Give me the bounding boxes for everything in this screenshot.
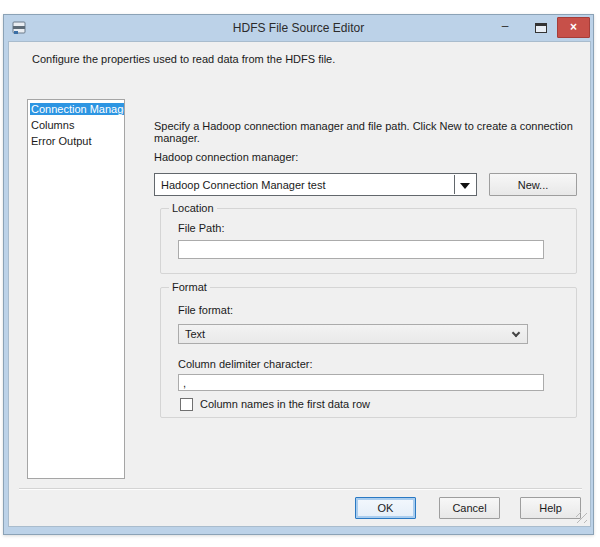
close-icon[interactable]: ×: [557, 17, 590, 38]
column-names-checkbox-row: Column names in the first data row: [180, 397, 370, 411]
connection-manager-label: Hadoop connection manager:: [154, 151, 298, 163]
titlebar[interactable]: HDFS File Source Editor – ×: [4, 15, 593, 41]
column-names-checkbox[interactable]: [180, 398, 193, 411]
minimize-button[interactable]: –: [495, 18, 515, 36]
list-item-connection-manager[interactable]: Connection Manager: [28, 101, 124, 117]
dialog-window: HDFS File Source Editor – × Configure th…: [3, 14, 594, 535]
dialog-body: Configure the properties used to read da…: [8, 41, 591, 527]
combobox-dropdown-button[interactable]: [454, 175, 475, 194]
list-item-error-output[interactable]: Error Output: [28, 133, 124, 149]
file-format-combobox[interactable]: Text: [178, 324, 528, 344]
page-list: Connection Manager Columns Error Output: [27, 99, 125, 479]
combobox-selected-value: Hadoop Connection Manager test: [161, 179, 450, 191]
format-group-legend: Format: [169, 281, 210, 293]
footer-separator: [19, 488, 582, 490]
column-delimiter-input[interactable]: [178, 374, 544, 391]
column-names-checkbox-label: Column names in the first data row: [200, 398, 370, 410]
file-format-selected-value: Text: [185, 328, 205, 340]
resize-grip[interactable]: [576, 512, 587, 523]
file-path-label: File Path:: [178, 222, 224, 234]
instruction-text: Specify a Hadoop connection manager and …: [154, 120, 578, 144]
list-item-columns[interactable]: Columns: [28, 117, 124, 133]
ok-button[interactable]: OK: [355, 497, 416, 519]
chevron-down-icon: [512, 329, 520, 337]
maximize-icon[interactable]: [535, 23, 547, 33]
cancel-button[interactable]: Cancel: [439, 497, 500, 519]
dropdown-arrow-icon: [460, 183, 470, 189]
dialog-description: Configure the properties used to read da…: [32, 53, 335, 65]
location-group-legend: Location: [169, 202, 217, 214]
column-delimiter-label: Column delimiter character:: [178, 358, 313, 370]
location-group: Location File Path:: [160, 208, 577, 274]
format-group: Format File format: Text Column delimite…: [160, 287, 577, 418]
file-path-input[interactable]: [178, 240, 544, 259]
help-button[interactable]: Help: [520, 497, 581, 519]
new-connection-button[interactable]: New...: [489, 173, 577, 196]
hadoop-connection-manager-combobox[interactable]: Hadoop Connection Manager test: [154, 173, 477, 196]
file-format-label: File format:: [178, 304, 233, 316]
